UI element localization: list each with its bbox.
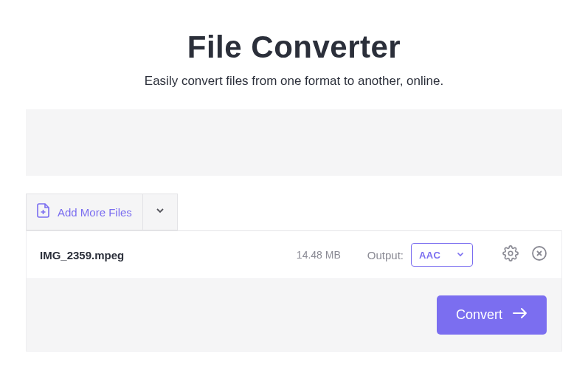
file-row: IMG_2359.mpeg 14.48 MB Output: AAC [26,230,562,279]
convert-button[interactable]: Convert [437,295,547,335]
footer-bar: Convert [26,279,562,352]
file-name: IMG_2359.mpeg [40,249,297,261]
close-circle-icon [531,245,547,264]
file-toolbar: Add More Files [26,194,562,230]
file-plus-icon [37,203,50,221]
dropzone-area[interactable] [26,109,562,176]
convert-button-label: Convert [456,307,502,323]
add-more-files-button[interactable]: Add More Files [26,194,142,230]
output-label: Output: [367,249,404,261]
page-title: File Converter [26,30,562,65]
add-more-dropdown-button[interactable] [142,194,178,230]
chevron-down-icon [155,205,165,219]
remove-file-button[interactable] [530,246,548,264]
chevron-down-icon [456,248,465,261]
add-more-files-label: Add More Files [58,206,132,219]
file-size: 14.48 MB [297,249,341,261]
gear-icon [502,245,519,264]
output-format-select[interactable]: AAC [411,243,473,267]
app-container: File Converter Easily convert files from… [0,0,588,352]
svg-point-0 [508,251,513,256]
settings-button[interactable] [501,245,520,264]
page-subtitle: Easily convert files from one format to … [26,74,562,89]
output-format-selected: AAC [419,250,440,261]
arrow-right-icon [513,307,528,323]
